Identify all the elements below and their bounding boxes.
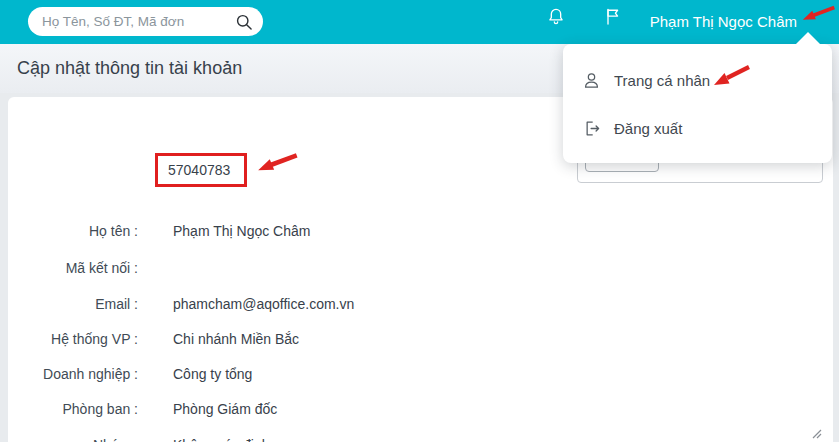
field-label: Phòng ban : [28, 399, 138, 419]
topbar: Phạm Thị Ngọc Châm [0, 0, 839, 44]
field-value: phamcham@aqoffice.com.vn [173, 294, 354, 314]
field-doanh-nghiep: Doanh nghiệp : Công ty tổng [28, 364, 252, 384]
dropdown-caret [796, 32, 820, 44]
field-label: Nhóm : [28, 435, 138, 442]
field-value: Phòng Giám đốc [173, 399, 277, 419]
field-email: Email : phamcham@aqoffice.com.vn [28, 294, 354, 314]
search-icon[interactable] [234, 12, 254, 36]
field-value: Chi nhánh Miền Bắc [173, 329, 299, 349]
logout-icon [582, 119, 601, 138]
menu-item-logout[interactable]: Đăng xuất [563, 104, 832, 152]
menu-item-label: Đăng xuất [614, 120, 682, 137]
global-search[interactable] [28, 7, 263, 36]
connection-code-value: 57040783 [168, 162, 230, 178]
menu-item-label: Trang cá nhân [614, 72, 710, 89]
field-value: Không xác định [173, 435, 270, 442]
field-ma-ket-noi: Mã kết nối : [28, 258, 138, 278]
field-label: Hệ thống VP : [28, 329, 138, 349]
user-menu-trigger[interactable]: Phạm Thị Ngọc Châm [650, 13, 797, 30]
field-he-thong-vp: Hệ thống VP : Chi nhánh Miền Bắc [28, 329, 299, 349]
person-icon [582, 71, 601, 90]
connection-code-highlight-box: 57040783 [155, 153, 247, 187]
notifications-bell-icon[interactable] [546, 6, 566, 31]
search-input[interactable] [42, 14, 229, 29]
field-label: Họ tên : [28, 221, 138, 241]
field-label: Doanh nghiệp : [28, 364, 138, 384]
field-label: Mã kết nối : [28, 258, 138, 278]
flag-icon[interactable] [603, 6, 623, 31]
field-nhom: Nhóm : Không xác định [28, 435, 270, 442]
page-title: Cập nhật thông tin tài khoản [17, 58, 242, 79]
field-value: Phạm Thị Ngọc Châm [173, 221, 310, 241]
field-label: Email : [28, 294, 138, 314]
user-dropdown-menu: Trang cá nhân Đăng xuất [563, 44, 832, 163]
field-ho-ten: Họ tên : Phạm Thị Ngọc Châm [28, 221, 310, 241]
field-value: Công ty tổng [173, 364, 252, 384]
menu-item-profile[interactable]: Trang cá nhân [563, 56, 832, 104]
field-phong-ban: Phòng ban : Phòng Giám đốc [28, 399, 277, 419]
